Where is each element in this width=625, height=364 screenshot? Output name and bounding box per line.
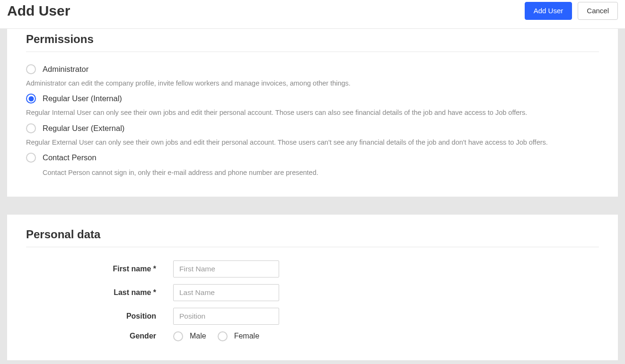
first-name-label: First name *: [26, 265, 156, 273]
radio-icon[interactable]: [26, 153, 36, 163]
permission-option-regular-external[interactable]: Regular User (External): [26, 123, 599, 133]
page-title: Add User: [7, 3, 70, 19]
radio-icon[interactable]: [26, 64, 36, 74]
first-name-input[interactable]: [173, 260, 279, 277]
gender-options: Male Female: [173, 331, 279, 341]
radio-label: Regular User (External): [43, 124, 124, 133]
radio-icon[interactable]: [26, 123, 36, 133]
last-name-label: Last name *: [26, 288, 156, 297]
permissions-panel: Permissions Administrator Administrator …: [7, 29, 618, 197]
radio-label: Administrator: [43, 65, 88, 74]
divider: [26, 247, 599, 247]
permission-option-regular-internal[interactable]: Regular User (Internal): [26, 94, 599, 104]
gender-option-female-label: Female: [234, 332, 259, 340]
permission-description: Regular Internal User can only see their…: [26, 108, 599, 118]
add-user-button[interactable]: Add User: [525, 2, 572, 20]
radio-label: Contact Person: [43, 153, 97, 162]
radio-icon[interactable]: [26, 94, 36, 104]
header-actions: Add User Cancel: [525, 2, 618, 20]
position-input[interactable]: [173, 308, 279, 325]
permission-option-administrator[interactable]: Administrator: [26, 64, 599, 74]
personal-data-title: Personal data: [26, 228, 599, 241]
cancel-button[interactable]: Cancel: [578, 2, 618, 20]
permission-description: Regular External User can only see their…: [26, 138, 599, 147]
radio-label: Regular User (Internal): [43, 94, 122, 103]
permission-description: Administrator can edit the company profi…: [26, 79, 599, 88]
personal-data-panel: Personal data First name * Last name * P…: [7, 215, 618, 360]
divider: [26, 52, 599, 52]
page-header: Add User Add User Cancel: [0, 0, 625, 29]
permission-option-contact-person[interactable]: Contact Person: [26, 153, 599, 163]
gender-option-male-radio[interactable]: [173, 331, 183, 341]
gender-option-female-radio[interactable]: [218, 331, 228, 341]
permissions-title: Permissions: [26, 33, 599, 46]
permission-description: Contact Person cannot sign in, only thei…: [43, 168, 599, 178]
personal-data-form: First name * Last name * Position Gender…: [26, 260, 599, 341]
gender-option-male-label: Male: [190, 332, 206, 340]
gender-label: Gender: [26, 332, 156, 340]
last-name-input[interactable]: [173, 284, 279, 301]
position-label: Position: [26, 312, 156, 321]
page-body: Permissions Administrator Administrator …: [0, 29, 625, 364]
